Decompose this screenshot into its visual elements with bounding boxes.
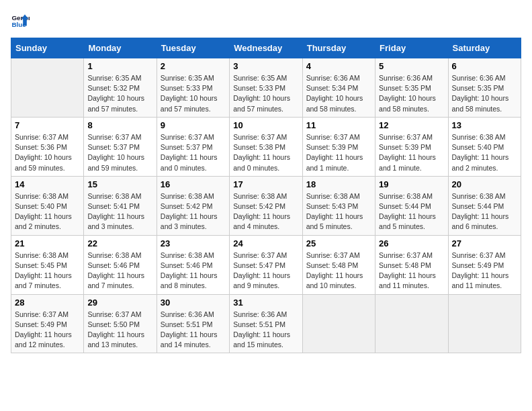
calendar-cell: 19Sunrise: 6:38 AM Sunset: 5:44 PM Dayli… bbox=[375, 176, 448, 235]
day-number: 5 bbox=[379, 61, 444, 71]
day-number: 7 bbox=[15, 120, 80, 130]
calendar-cell: 26Sunrise: 6:37 AM Sunset: 5:48 PM Dayli… bbox=[375, 235, 448, 294]
calendar-cell: 15Sunrise: 6:38 AM Sunset: 5:41 PM Dayli… bbox=[84, 176, 157, 235]
weekday-header-thursday: Thursday bbox=[302, 38, 375, 58]
day-number: 18 bbox=[306, 179, 371, 189]
day-number: 14 bbox=[15, 179, 80, 189]
day-info: Sunrise: 6:35 AM Sunset: 5:33 PM Dayligh… bbox=[161, 73, 226, 114]
calendar-cell: 8Sunrise: 6:37 AM Sunset: 5:37 PM Daylig… bbox=[84, 117, 157, 176]
calendar-cell: 31Sunrise: 6:36 AM Sunset: 5:51 PM Dayli… bbox=[230, 294, 302, 353]
calendar-cell: 28Sunrise: 6:37 AM Sunset: 5:49 PM Dayli… bbox=[11, 294, 84, 353]
day-number: 6 bbox=[452, 61, 517, 71]
day-number: 15 bbox=[87, 179, 152, 189]
calendar-cell: 25Sunrise: 6:37 AM Sunset: 5:48 PM Dayli… bbox=[302, 235, 375, 294]
weekday-header-saturday: Saturday bbox=[448, 38, 521, 58]
calendar-cell: 24Sunrise: 6:37 AM Sunset: 5:47 PM Dayli… bbox=[230, 235, 302, 294]
day-number: 2 bbox=[161, 61, 226, 71]
calendar-cell: 16Sunrise: 6:38 AM Sunset: 5:42 PM Dayli… bbox=[157, 176, 229, 235]
day-number: 16 bbox=[161, 179, 226, 189]
day-number: 17 bbox=[233, 179, 298, 189]
day-info: Sunrise: 6:38 AM Sunset: 5:41 PM Dayligh… bbox=[87, 191, 152, 232]
logo-icon: General Blue bbox=[11, 11, 30, 30]
day-info: Sunrise: 6:37 AM Sunset: 5:48 PM Dayligh… bbox=[306, 250, 371, 291]
calendar-cell: 6Sunrise: 6:36 AM Sunset: 5:35 PM Daylig… bbox=[448, 58, 521, 118]
calendar-cell: 13Sunrise: 6:38 AM Sunset: 5:40 PM Dayli… bbox=[448, 117, 521, 176]
day-info: Sunrise: 6:37 AM Sunset: 5:39 PM Dayligh… bbox=[306, 132, 371, 173]
calendar-cell: 11Sunrise: 6:37 AM Sunset: 5:39 PM Dayli… bbox=[302, 117, 375, 176]
calendar-table: SundayMondayTuesdayWednesdayThursdayFrid… bbox=[11, 38, 521, 353]
day-number: 4 bbox=[306, 61, 371, 71]
day-number: 28 bbox=[15, 298, 80, 308]
calendar-cell: 17Sunrise: 6:38 AM Sunset: 5:42 PM Dayli… bbox=[230, 176, 302, 235]
calendar-cell: 29Sunrise: 6:37 AM Sunset: 5:50 PM Dayli… bbox=[84, 294, 157, 353]
day-number: 22 bbox=[87, 238, 152, 248]
day-info: Sunrise: 6:36 AM Sunset: 5:51 PM Dayligh… bbox=[233, 310, 298, 351]
logo: General Blue bbox=[11, 11, 32, 30]
calendar-cell: 23Sunrise: 6:38 AM Sunset: 5:46 PM Dayli… bbox=[157, 235, 229, 294]
day-number: 27 bbox=[452, 238, 517, 248]
day-number: 13 bbox=[452, 120, 517, 130]
day-info: Sunrise: 6:36 AM Sunset: 5:34 PM Dayligh… bbox=[306, 73, 371, 114]
day-info: Sunrise: 6:37 AM Sunset: 5:49 PM Dayligh… bbox=[452, 250, 517, 291]
weekday-header-sunday: Sunday bbox=[11, 38, 84, 58]
calendar-cell: 12Sunrise: 6:37 AM Sunset: 5:39 PM Dayli… bbox=[375, 117, 448, 176]
day-info: Sunrise: 6:38 AM Sunset: 5:40 PM Dayligh… bbox=[452, 132, 517, 173]
calendar-cell bbox=[302, 294, 375, 353]
day-info: Sunrise: 6:37 AM Sunset: 5:50 PM Dayligh… bbox=[87, 310, 152, 351]
calendar-cell: 22Sunrise: 6:38 AM Sunset: 5:46 PM Dayli… bbox=[84, 235, 157, 294]
day-number: 9 bbox=[161, 120, 226, 130]
day-number: 23 bbox=[161, 238, 226, 248]
calendar-cell: 7Sunrise: 6:37 AM Sunset: 5:36 PM Daylig… bbox=[11, 117, 84, 176]
day-info: Sunrise: 6:38 AM Sunset: 5:42 PM Dayligh… bbox=[161, 191, 226, 232]
calendar-cell bbox=[11, 58, 84, 118]
calendar-cell: 5Sunrise: 6:36 AM Sunset: 5:35 PM Daylig… bbox=[375, 58, 448, 118]
day-info: Sunrise: 6:38 AM Sunset: 5:46 PM Dayligh… bbox=[161, 250, 226, 291]
day-info: Sunrise: 6:36 AM Sunset: 5:35 PM Dayligh… bbox=[379, 73, 444, 114]
day-number: 3 bbox=[233, 61, 298, 71]
calendar-cell: 9Sunrise: 6:37 AM Sunset: 5:37 PM Daylig… bbox=[157, 117, 229, 176]
day-number: 26 bbox=[379, 238, 444, 248]
day-info: Sunrise: 6:37 AM Sunset: 5:38 PM Dayligh… bbox=[233, 132, 298, 173]
day-number: 31 bbox=[233, 298, 298, 308]
day-number: 24 bbox=[233, 238, 298, 248]
day-number: 11 bbox=[306, 120, 371, 130]
day-info: Sunrise: 6:38 AM Sunset: 5:43 PM Dayligh… bbox=[306, 191, 371, 232]
calendar-cell: 14Sunrise: 6:38 AM Sunset: 5:40 PM Dayli… bbox=[11, 176, 84, 235]
weekday-header-tuesday: Tuesday bbox=[157, 38, 229, 58]
calendar-cell: 20Sunrise: 6:38 AM Sunset: 5:44 PM Dayli… bbox=[448, 176, 521, 235]
weekday-header-friday: Friday bbox=[375, 38, 448, 58]
calendar-cell: 4Sunrise: 6:36 AM Sunset: 5:34 PM Daylig… bbox=[302, 58, 375, 118]
day-number: 8 bbox=[87, 120, 152, 130]
day-info: Sunrise: 6:37 AM Sunset: 5:48 PM Dayligh… bbox=[379, 250, 444, 291]
weekday-header-wednesday: Wednesday bbox=[230, 38, 302, 58]
day-info: Sunrise: 6:37 AM Sunset: 5:37 PM Dayligh… bbox=[161, 132, 226, 173]
calendar-cell: 2Sunrise: 6:35 AM Sunset: 5:33 PM Daylig… bbox=[157, 58, 229, 118]
calendar-cell: 30Sunrise: 6:36 AM Sunset: 5:51 PM Dayli… bbox=[157, 294, 229, 353]
calendar-cell: 18Sunrise: 6:38 AM Sunset: 5:43 PM Dayli… bbox=[302, 176, 375, 235]
day-info: Sunrise: 6:37 AM Sunset: 5:49 PM Dayligh… bbox=[15, 310, 80, 351]
day-info: Sunrise: 6:36 AM Sunset: 5:51 PM Dayligh… bbox=[161, 310, 226, 351]
calendar-cell: 3Sunrise: 6:35 AM Sunset: 5:33 PM Daylig… bbox=[230, 58, 302, 118]
calendar-cell bbox=[375, 294, 448, 353]
day-info: Sunrise: 6:37 AM Sunset: 5:36 PM Dayligh… bbox=[15, 132, 80, 173]
day-number: 19 bbox=[379, 179, 444, 189]
day-number: 30 bbox=[161, 298, 226, 308]
day-number: 20 bbox=[452, 179, 517, 189]
day-number: 1 bbox=[87, 61, 152, 71]
calendar-cell: 21Sunrise: 6:38 AM Sunset: 5:45 PM Dayli… bbox=[11, 235, 84, 294]
day-number: 21 bbox=[15, 238, 80, 248]
calendar-cell: 1Sunrise: 6:35 AM Sunset: 5:32 PM Daylig… bbox=[84, 58, 157, 118]
day-info: Sunrise: 6:38 AM Sunset: 5:45 PM Dayligh… bbox=[15, 250, 80, 291]
day-number: 29 bbox=[87, 298, 152, 308]
calendar-cell bbox=[448, 294, 521, 353]
weekday-header-monday: Monday bbox=[84, 38, 157, 58]
day-info: Sunrise: 6:37 AM Sunset: 5:39 PM Dayligh… bbox=[379, 132, 444, 173]
day-info: Sunrise: 6:37 AM Sunset: 5:37 PM Dayligh… bbox=[87, 132, 152, 173]
day-info: Sunrise: 6:38 AM Sunset: 5:42 PM Dayligh… bbox=[233, 191, 298, 232]
day-info: Sunrise: 6:38 AM Sunset: 5:40 PM Dayligh… bbox=[15, 191, 80, 232]
day-number: 10 bbox=[233, 120, 298, 130]
day-info: Sunrise: 6:38 AM Sunset: 5:44 PM Dayligh… bbox=[452, 191, 517, 232]
calendar-cell: 27Sunrise: 6:37 AM Sunset: 5:49 PM Dayli… bbox=[448, 235, 521, 294]
day-info: Sunrise: 6:37 AM Sunset: 5:47 PM Dayligh… bbox=[233, 250, 298, 291]
day-info: Sunrise: 6:35 AM Sunset: 5:33 PM Dayligh… bbox=[233, 73, 298, 114]
